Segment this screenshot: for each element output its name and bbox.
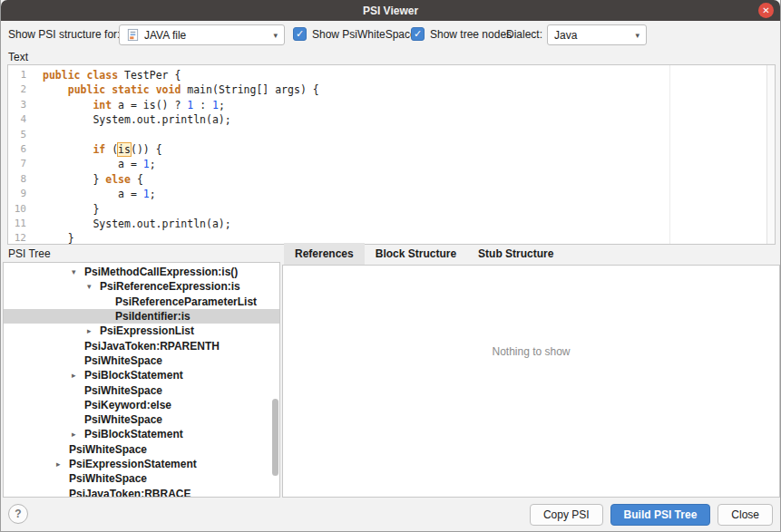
build-psi-tree-button[interactable]: Build PSI Tree bbox=[610, 504, 711, 526]
tree-node-label: PsiJavaToken:RBRACE bbox=[69, 488, 190, 498]
code-token: TestPer { bbox=[124, 69, 181, 82]
code-line[interactable]: 5 bbox=[8, 128, 775, 142]
file-type-combo[interactable]: JAVA file ▾ bbox=[119, 24, 285, 45]
code-line[interactable]: 8 } else { bbox=[8, 172, 775, 187]
close-button[interactable]: Close bbox=[718, 504, 773, 526]
tree-node[interactable]: ▸PsiBlockStatement bbox=[4, 427, 279, 441]
close-icon[interactable]: ✕ bbox=[758, 3, 774, 18]
code-token: 1 bbox=[143, 188, 150, 200]
tree-node[interactable]: PsiKeyword:else bbox=[4, 398, 279, 412]
dialect-combo[interactable]: Java ▾ bbox=[547, 24, 647, 45]
line-number: 3 bbox=[8, 98, 26, 112]
code-text: public class TestPer { bbox=[43, 68, 181, 82]
line-number: 5 bbox=[8, 128, 26, 142]
tree-node[interactable]: ▸PsiExpressionStatement bbox=[4, 457, 279, 471]
chevron-down-icon[interactable]: ▾ bbox=[87, 282, 100, 291]
tree-node[interactable]: PsiReferenceParameterList bbox=[4, 295, 279, 309]
code-text: System.out.println(a); bbox=[43, 217, 231, 231]
code-token: 1 bbox=[143, 158, 150, 170]
tree-node-label: PsiIdentifier:is bbox=[115, 310, 190, 323]
help-button[interactable]: ? bbox=[8, 504, 28, 524]
code-line[interactable]: 6 if (is()) { bbox=[8, 142, 775, 157]
line-number: 10 bbox=[8, 202, 26, 217]
code-token: ( bbox=[105, 143, 118, 156]
code-token: ()) { bbox=[131, 143, 162, 156]
tree-node-label: PsiExpressionStatement bbox=[69, 458, 197, 470]
highlighted-element: is bbox=[118, 143, 131, 156]
tab-block-structure[interactable]: Block Structure bbox=[365, 243, 467, 265]
code-token bbox=[43, 99, 93, 111]
tree-node[interactable]: ▾PsiMethodCallExpression:is() bbox=[4, 265, 279, 279]
tree-node-label: PsiReferenceParameterList bbox=[115, 295, 257, 308]
line-number: 2 bbox=[8, 82, 26, 97]
tree-node-label: PsiJavaToken:RPARENTH bbox=[84, 340, 220, 353]
editor-scrollbar-track[interactable] bbox=[766, 65, 775, 244]
code-token: int bbox=[93, 99, 112, 111]
code-token: a = bbox=[43, 158, 143, 170]
tree-node[interactable]: PsiWhiteSpace bbox=[4, 353, 279, 368]
code-token: { bbox=[131, 173, 143, 186]
tree-node[interactable]: PsiWhiteSpace bbox=[4, 442, 279, 457]
chevron-right-icon[interactable]: ▸ bbox=[56, 459, 69, 469]
code-line[interactable]: 2 public static void main(String[] args)… bbox=[8, 82, 775, 97]
tree-node-label: PsiBlockStatement bbox=[84, 369, 183, 382]
line-number: 11 bbox=[8, 217, 26, 231]
code-editor[interactable]: 1public class TestPer {2 public static v… bbox=[7, 64, 776, 245]
show-psiwhitespace-checkbox[interactable]: ✓ Show PsiWhiteSpace bbox=[293, 27, 416, 41]
code-text: if (is()) { bbox=[43, 142, 162, 157]
dialect-label: Dialect: bbox=[506, 24, 542, 45]
checkbox-label: Show tree nodes bbox=[430, 28, 512, 41]
code-line[interactable]: 10 } bbox=[8, 202, 775, 217]
copy-psi-button[interactable]: Copy PSI bbox=[530, 504, 603, 526]
tab-stub-structure[interactable]: Stub Structure bbox=[467, 243, 564, 265]
tree-node[interactable]: PsiWhiteSpace bbox=[4, 382, 279, 397]
tree-node-label: PsiExpressionList bbox=[100, 324, 194, 337]
show-tree-nodes-checkbox[interactable]: ✓ Show tree nodes bbox=[411, 27, 512, 41]
code-token: System.out.println(a); bbox=[43, 113, 231, 126]
code-token: a = bbox=[43, 188, 143, 200]
tree-node[interactable]: ▸PsiBlockStatement bbox=[4, 368, 279, 382]
tree-node[interactable]: PsiJavaToken:RPARENTH bbox=[4, 338, 279, 353]
line-number: 7 bbox=[8, 157, 26, 171]
tree-node-label: PsiWhiteSpace bbox=[84, 384, 162, 397]
checkbox-checked-icon: ✓ bbox=[411, 27, 425, 41]
line-number: 12 bbox=[8, 231, 26, 245]
psi-tree: ▾PsiMethodCallExpression:is()▾PsiReferen… bbox=[4, 263, 279, 498]
code-line[interactable]: 7 a = 1; bbox=[8, 157, 775, 171]
references-content-panel: Nothing to show bbox=[282, 265, 780, 498]
tree-node[interactable]: PsiIdentifier:is bbox=[4, 309, 279, 324]
code-line[interactable]: 11 System.out.println(a); bbox=[8, 217, 775, 231]
tree-scrollbar-thumb[interactable] bbox=[272, 399, 278, 476]
tree-node[interactable]: PsiWhiteSpace bbox=[4, 471, 279, 486]
code-token: } bbox=[43, 232, 74, 245]
chevron-right-icon[interactable]: ▸ bbox=[87, 326, 100, 335]
code-area[interactable]: 1public class TestPer {2 public static v… bbox=[8, 65, 775, 245]
line-number: 8 bbox=[8, 172, 26, 187]
code-line[interactable]: 9 a = 1; bbox=[8, 187, 775, 201]
checkbox-checked-icon: ✓ bbox=[293, 27, 307, 41]
tree-node[interactable]: PsiWhiteSpace bbox=[4, 412, 279, 427]
psi-structure-label: Show PSI structure for: bbox=[8, 24, 120, 45]
chevron-down-icon[interactable]: ▾ bbox=[72, 267, 84, 276]
code-token bbox=[43, 83, 68, 96]
code-text: } bbox=[43, 231, 74, 245]
code-token bbox=[43, 143, 93, 156]
file-type-combo-value: JAVA file bbox=[144, 29, 186, 42]
code-line[interactable]: 1public class TestPer { bbox=[8, 68, 775, 82]
tree-node[interactable]: ▸PsiExpressionList bbox=[4, 324, 279, 338]
java-file-icon bbox=[126, 28, 140, 42]
code-line[interactable]: 3 int a = is() ? 1 : 1; bbox=[8, 98, 775, 112]
code-token: ; bbox=[219, 99, 225, 111]
code-text: } else { bbox=[43, 172, 143, 187]
tree-node-label: PsiBlockStatement bbox=[84, 428, 183, 440]
tree-node-label: PsiReferenceExpression:is bbox=[100, 280, 240, 293]
tree-node[interactable]: ▾PsiReferenceExpression:is bbox=[4, 279, 279, 294]
code-token: ; bbox=[150, 188, 156, 200]
tab-references[interactable]: References bbox=[284, 243, 365, 265]
chevron-right-icon[interactable]: ▸ bbox=[72, 430, 84, 439]
tree-node-label: PsiWhiteSpace bbox=[69, 443, 147, 456]
chevron-right-icon[interactable]: ▸ bbox=[72, 371, 84, 380]
code-line[interactable]: 4 System.out.println(a); bbox=[8, 112, 775, 127]
tree-node[interactable]: PsiJavaToken:RBRACE bbox=[4, 486, 279, 498]
code-token: main(String[] args) { bbox=[187, 83, 318, 96]
